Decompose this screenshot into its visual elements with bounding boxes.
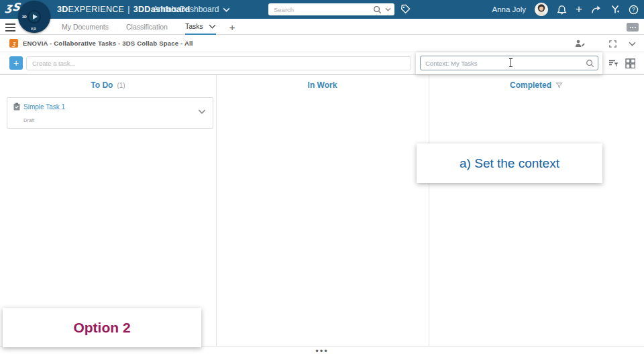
more-ellipsis-icon[interactable]: •••	[0, 347, 644, 356]
column-header-inwork: In Work	[216, 79, 429, 91]
enovia-app-icon: ʒ	[9, 39, 18, 48]
column-divider	[216, 75, 217, 346]
brand-separator: |	[127, 5, 130, 14]
application-window: ʒS 3DEXPERIENCE|3DDashboard Anna's Dashb…	[0, 0, 644, 362]
widget-actions	[574, 35, 636, 52]
column-title: Completed	[510, 80, 551, 90]
user-avatar[interactable]	[535, 3, 548, 16]
compass-left-label: 3D	[22, 15, 27, 19]
add-tab-button[interactable]: +	[229, 19, 235, 35]
annotation-set-context: a) Set the context	[417, 143, 602, 183]
tag-icon[interactable]	[400, 4, 411, 14]
share-icon[interactable]	[591, 5, 602, 14]
add-content-icon[interactable]: +	[576, 3, 582, 15]
widget-header: ʒ ENOVIA - Collaborative Tasks - 3DS Col…	[0, 35, 644, 52]
chevron-down-icon	[223, 7, 230, 12]
tabs: My Documents Classification Tasks +	[62, 19, 235, 35]
tab-label: Tasks	[185, 22, 203, 30]
help-icon[interactable]: ?	[629, 5, 639, 15]
task-expand-chevron-icon[interactable]	[198, 109, 206, 114]
context-panel	[416, 52, 602, 74]
chevron-down-icon[interactable]	[209, 24, 216, 29]
annotation-option-2: Option 2	[3, 308, 201, 347]
text-cursor-icon	[508, 58, 513, 67]
share-widget-icon[interactable]	[574, 39, 586, 48]
brand-3d: 3D	[57, 5, 68, 14]
brand-experience: EXPERIENCE	[68, 5, 125, 14]
assistant-icon[interactable]	[610, 5, 620, 14]
compass-play-icon[interactable]	[28, 10, 41, 23]
view-icons	[608, 58, 635, 68]
kanban-board: To Do (1) In Work Completed Simple Task …	[0, 75, 644, 346]
column-title: In Work	[308, 80, 337, 90]
column-divider	[429, 75, 429, 346]
dashboard-name: Anna's Dashboard	[153, 5, 219, 14]
task-toolbar: +	[0, 52, 644, 75]
chat-icon[interactable]	[627, 23, 639, 32]
tab-tasks[interactable]: Tasks	[185, 19, 216, 35]
tab-my-documents[interactable]: My Documents	[62, 19, 109, 35]
widget-title: ENOVIA - Collaborative Tasks - 3DS Colla…	[23, 35, 193, 52]
tab-label: Classification	[126, 23, 168, 31]
dashboard-selector[interactable]: Anna's Dashboard	[153, 0, 230, 19]
compass-bottom-label: V,R	[31, 27, 36, 31]
task-title-link[interactable]: Simple Task 1	[23, 103, 65, 111]
task-card[interactable]: Simple Task 1 Draft	[7, 97, 213, 129]
notifications-bell-icon[interactable]	[557, 5, 567, 15]
search-icon[interactable]	[373, 5, 382, 14]
column-title: To Do	[91, 80, 113, 90]
column-count: (1)	[117, 82, 125, 89]
compass-icon[interactable]: 3D V,R	[18, 1, 50, 33]
user-name: Anna Joly	[492, 5, 527, 13]
search-options-chevron-icon[interactable]	[385, 7, 391, 11]
tab-classification[interactable]: Classification	[126, 19, 168, 35]
user-cluster: Anna Joly + ?	[492, 0, 639, 19]
tab-label: My Documents	[62, 23, 109, 31]
annotation-text: Option 2	[73, 320, 130, 336]
add-task-button[interactable]: +	[9, 56, 23, 70]
global-search-box	[268, 3, 394, 15]
task-row: Simple Task 1	[13, 103, 65, 111]
filter-list-icon[interactable]	[608, 58, 619, 68]
filter-funnel-icon[interactable]	[555, 82, 563, 89]
kanban-grid-icon[interactable]	[625, 58, 635, 68]
task-clipboard-icon	[13, 103, 20, 111]
svg-text:?: ?	[632, 6, 635, 13]
maximize-icon[interactable]	[608, 40, 617, 48]
global-search-input[interactable]	[268, 6, 373, 13]
dashboard-tab-bar: My Documents Classification Tasks +	[0, 19, 644, 35]
widget-menu-chevron-icon[interactable]	[629, 42, 636, 46]
column-header-todo: To Do (1)	[0, 79, 216, 91]
hamburger-menu-icon[interactable]	[5, 23, 15, 32]
task-status: Draft	[23, 117, 34, 123]
annotation-text: a) Set the context	[460, 156, 559, 171]
column-header-completed: Completed	[429, 79, 644, 91]
create-task-input[interactable]	[26, 56, 411, 70]
top-bar: ʒS 3DEXPERIENCE|3DDashboard Anna's Dashb…	[0, 0, 644, 19]
context-search-icon[interactable]	[586, 59, 594, 68]
